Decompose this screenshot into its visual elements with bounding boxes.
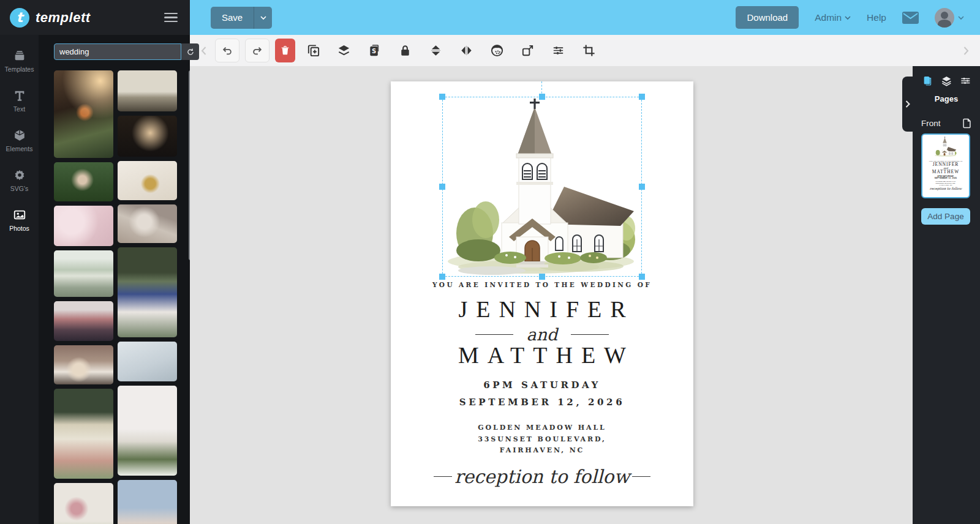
duplicate-page-icon[interactable] [962, 118, 971, 129]
tab-adjustments[interactable] [960, 75, 971, 87]
left-sidebar: Templates Text Elements SVG's Photos [0, 35, 190, 524]
page-name-label: Front [921, 119, 941, 128]
bring-forward-button[interactable] [331, 39, 356, 62]
forward-chevron-icon[interactable] [960, 45, 971, 56]
lock-button[interactable] [393, 39, 418, 62]
photo-thumbnail[interactable] [54, 70, 113, 158]
help-link[interactable]: Help [867, 12, 886, 23]
photos-panel [39, 35, 199, 524]
adjustments-sliders-icon [551, 43, 565, 58]
sidebar-item-text[interactable]: Text [0, 89, 39, 113]
redo-icon [251, 45, 263, 57]
resize-handle[interactable] [439, 184, 445, 190]
shutterstock-button[interactable]: S [362, 39, 387, 62]
texture-button[interactable] [484, 39, 510, 62]
resize-handle[interactable] [439, 94, 445, 100]
flip-vertical-button[interactable] [423, 39, 448, 62]
refresh-search-button[interactable] [181, 43, 199, 60]
shutterstock-icon: S [368, 43, 382, 58]
canvas-workspace[interactable]: YOU ARE INVITED TO THE WEDDING OF JENNIF… [190, 66, 913, 524]
chevron-down-icon [260, 15, 266, 21]
chevron-right-icon [905, 100, 910, 108]
delete-button[interactable] [275, 39, 295, 62]
photo-thumbnail[interactable] [118, 116, 177, 157]
resize-handle[interactable] [539, 94, 545, 100]
crop-icon [582, 43, 596, 58]
resize-icon [521, 43, 535, 58]
chevron-down-icon [845, 15, 851, 21]
invitation-page[interactable]: YOU ARE INVITED TO THE WEDDING OF JENNIF… [391, 81, 693, 506]
photo-thumbnail[interactable] [118, 70, 177, 111]
crop-button[interactable] [576, 39, 601, 62]
sidebar-item-photos[interactable]: Photos [0, 208, 39, 232]
invite-address-text[interactable]: 33SUNSET BOULEVARD, [391, 435, 693, 443]
sidebar-item-templates[interactable]: Templates [0, 49, 39, 73]
photo-thumbnail[interactable] [54, 301, 113, 341]
selected-church-image[interactable] [442, 97, 642, 277]
photo-thumbnail[interactable] [54, 250, 113, 297]
text-icon [13, 89, 26, 102]
app-header: t templett Save Download Admin Help [0, 0, 980, 35]
tab-layers[interactable] [941, 75, 952, 87]
add-page-button[interactable]: Add Page [921, 208, 970, 225]
photo-thumbnail[interactable] [54, 206, 113, 246]
invite-intro-text[interactable]: YOU ARE INVITED TO THE WEDDING OF [391, 281, 693, 288]
download-button[interactable]: Download [736, 6, 799, 29]
photo-thumbnail[interactable] [118, 480, 177, 524]
account-menu[interactable] [935, 8, 964, 28]
sidebar-item-elements[interactable]: Elements [0, 129, 39, 152]
save-options-caret[interactable] [254, 7, 272, 29]
resize-handle[interactable] [539, 274, 545, 280]
invite-name1-text[interactable]: JENNIFER [391, 296, 693, 323]
invite-date-text[interactable]: SEPTEMBER 12, 2026 [391, 397, 693, 408]
search-input[interactable] [54, 43, 181, 60]
invite-footer-row[interactable]: reception to follow [391, 466, 693, 487]
back-chevron-icon[interactable] [198, 45, 209, 56]
resize-handle[interactable] [639, 94, 645, 100]
mail-icon[interactable] [902, 12, 919, 24]
thumb-date-text: SEPTEMBER 12, 2026 [922, 177, 969, 179]
resize-handle[interactable] [639, 274, 645, 280]
photo-thumbnail[interactable] [118, 342, 177, 381]
sidebar-item-label: Photos [9, 225, 29, 232]
resize-handle[interactable] [439, 274, 445, 280]
flip-horizontal-button[interactable] [454, 39, 479, 62]
flip-vertical-icon [429, 43, 443, 58]
photo-thumbnail[interactable] [54, 345, 113, 384]
photo-thumbnail[interactable] [54, 389, 113, 479]
panel-collapse-tab[interactable] [902, 77, 913, 132]
tab-pages[interactable] [921, 75, 933, 87]
texture-sphere-icon [490, 43, 504, 58]
avatar [935, 8, 954, 28]
photo-thumbnail[interactable] [54, 483, 113, 524]
duplicate-icon [306, 43, 320, 58]
thumb-name2-text: MATTHEW [922, 169, 969, 174]
undo-button[interactable] [215, 39, 239, 62]
resize-handle[interactable] [639, 184, 645, 190]
invite-time-text[interactable]: 6PM SATURDAY [391, 380, 693, 391]
save-button[interactable]: Save [211, 7, 254, 29]
hamburger-menu-icon[interactable] [164, 10, 178, 25]
sidebar-item-svgs[interactable]: SVG's [0, 168, 39, 192]
invite-venue-text[interactable]: GOLDEN MEADOW HALL [391, 424, 693, 432]
photo-thumbnail[interactable] [118, 161, 177, 200]
duplicate-button[interactable] [301, 39, 326, 62]
redo-button[interactable] [245, 39, 270, 62]
sidebar-item-label: Text [13, 105, 25, 113]
admin-menu[interactable]: Admin [815, 12, 851, 23]
photo-thumbnail[interactable] [118, 204, 177, 243]
photo-thumbnail[interactable] [118, 247, 177, 337]
invite-city-text[interactable]: FAIRHAVEN, NC [391, 446, 693, 454]
lock-icon [398, 43, 412, 58]
adjustments-button[interactable] [546, 39, 571, 62]
trash-icon [280, 45, 290, 56]
sidebar-item-label: SVG's [10, 185, 28, 192]
header-main-section: Save Download Admin Help [190, 0, 980, 35]
invite-name2-text[interactable]: MATTHEW [391, 342, 693, 369]
photo-thumbnail[interactable] [54, 162, 113, 201]
resize-button[interactable] [515, 39, 540, 62]
refresh-icon [186, 48, 195, 56]
photo-thumbnail[interactable] [118, 386, 177, 476]
page-thumbnail-front[interactable]: YOU ARE INVITED TO THE WEDDING OF JENNIF… [921, 133, 970, 198]
admin-label: Admin [815, 12, 842, 23]
